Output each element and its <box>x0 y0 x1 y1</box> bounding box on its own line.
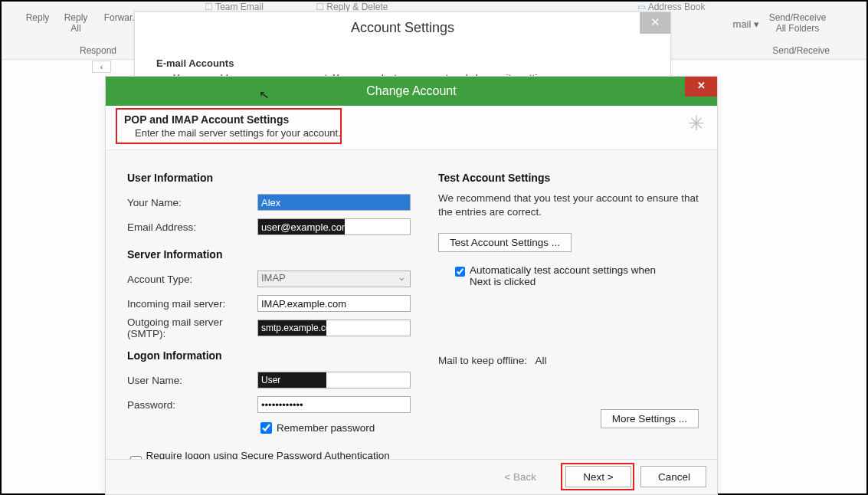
test-heading: Test Account Settings <box>438 172 699 184</box>
ribbon-respond-group: Respond <box>80 45 116 56</box>
remember-password-checkbox[interactable] <box>260 422 272 434</box>
cancel-button[interactable]: Cancel <box>640 466 706 487</box>
password-label: Password: <box>127 399 257 411</box>
ribbon-sr-l2: All Folders <box>776 23 820 34</box>
outgoing-server-input[interactable] <box>257 320 411 336</box>
modal-header: POP and IMAP Account Settings Enter the … <box>106 106 717 150</box>
ribbon-address-book[interactable]: ▭ Address Book <box>637 2 705 12</box>
next-button[interactable]: Next > <box>565 466 631 487</box>
ribbon-team-email[interactable]: ☐ Team Email <box>205 2 264 12</box>
modal-header-sub: Enter the mail server settings for your … <box>124 126 703 139</box>
modal-close-button[interactable]: ✕ <box>685 77 717 97</box>
ribbon-reply-delete-label: Reply & Delete <box>326 2 388 12</box>
back-button: < Back <box>487 466 553 487</box>
password-input[interactable] <box>257 396 411 413</box>
email-input[interactable] <box>257 218 411 235</box>
ribbon-send-receive[interactable]: Send/ReceiveAll Folders <box>759 12 836 34</box>
remember-password-label: Remember password <box>277 422 375 434</box>
user-info-heading: User Information <box>127 172 411 184</box>
nav-collapse-chevron[interactable]: ‹ <box>92 61 111 73</box>
account-settings-close[interactable]: ✕ <box>640 12 670 34</box>
username-label: User Name: <box>127 375 257 386</box>
mail-offline-label: Mail to keep offline: <box>438 355 527 366</box>
incoming-server-input[interactable] <box>257 295 411 312</box>
test-desc: We recommend that you test your account … <box>438 192 699 219</box>
ribbon-reply-all-l1: Reply <box>64 12 88 23</box>
your-name-label: Your Name: <box>127 197 257 208</box>
mail-offline-row: Mail to keep offline: All <box>438 355 699 366</box>
ribbon-reply-all[interactable]: ReplyAll <box>57 2 95 34</box>
change-account-modal: Change Account ✕ ↖ POP and IMAP Account … <box>105 76 718 495</box>
account-type-label: Account Type: <box>127 274 257 285</box>
ribbon-reply-label: Reply <box>26 12 50 23</box>
modal-title: Change Account <box>106 77 717 106</box>
ribbon-team-email-label: Team Email <box>215 2 264 12</box>
auto-test-label: Automatically test account settings when… <box>470 264 669 287</box>
ribbon-email-menu[interactable]: mail ▾ <box>733 18 759 30</box>
username-input[interactable] <box>257 372 411 388</box>
outgoing-server-label: Outgoing mail server (SMTP): <box>127 316 257 339</box>
server-info-heading: Server Information <box>127 248 411 261</box>
your-name-input[interactable] <box>257 194 411 211</box>
ribbon-sr-l1: Send/Receive <box>769 12 827 23</box>
ribbon-reply-delete[interactable]: ☐ Reply & Delete <box>316 2 388 12</box>
ribbon-reply-all-l2: All <box>70 23 80 34</box>
left-column: User Information Your Name: Email Addres… <box>127 166 411 473</box>
auto-test-checkbox[interactable] <box>455 267 465 277</box>
modal-titlebar[interactable]: Change Account ✕ ↖ <box>106 77 717 106</box>
modal-footer: < Back Next > Cancel <box>106 459 717 494</box>
logon-info-heading: Logon Information <box>127 349 411 362</box>
right-column: Test Account Settings We recommend that … <box>438 166 699 366</box>
more-settings-button[interactable]: More Settings ... <box>601 409 699 428</box>
ribbon-send-receive-group: Send/Receive <box>772 45 830 56</box>
incoming-server-label: Incoming mail server: <box>127 298 257 310</box>
account-settings-section: E-mail Accounts <box>156 57 649 69</box>
wizard-cursor-icon: ✳ <box>688 112 705 136</box>
ribbon-address-book-label: Address Book <box>648 2 706 12</box>
mail-offline-value: All <box>536 355 547 366</box>
modal-header-title: POP and IMAP Account Settings <box>124 113 703 126</box>
account-settings-title: Account Settings <box>135 12 670 41</box>
email-label: Email Address: <box>127 221 257 233</box>
ribbon-reply[interactable]: Reply <box>18 2 57 23</box>
account-type-dropdown: IMAP <box>257 270 411 287</box>
cursor-icon: ↖ <box>258 87 270 103</box>
modal-body: User Information Your Name: Email Addres… <box>106 150 717 473</box>
test-account-button[interactable]: Test Account Settings ... <box>438 233 572 252</box>
